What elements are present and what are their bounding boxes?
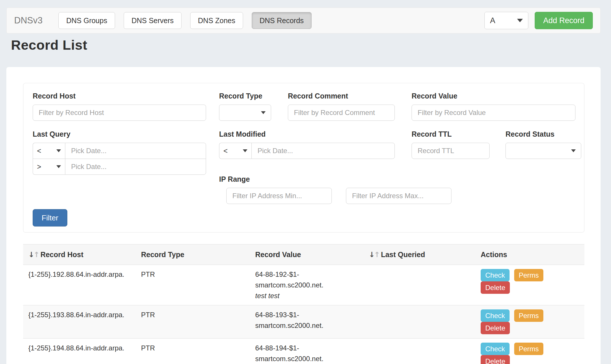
record-value-line: smartcom.sc2000.net.	[255, 353, 358, 364]
tab-dns-records[interactable]: DNS Records	[252, 12, 312, 29]
sort-desc-icon: ↓	[28, 250, 34, 259]
last-query-lt-operator-select[interactable]: <	[33, 143, 65, 159]
th-record-value: Record Value	[250, 250, 364, 259]
record-value-label: Record Value	[412, 92, 575, 100]
cell-record-value: 64-88-192-$1- smartcom.sc2000.net. test …	[250, 265, 364, 305]
tab-dns-zones[interactable]: DNS Zones	[190, 12, 243, 29]
record-comment-input[interactable]	[288, 105, 395, 121]
add-record-button[interactable]: Add Record	[535, 12, 593, 29]
record-type-label: Record Type	[219, 92, 271, 100]
delete-button[interactable]: Delete	[481, 355, 510, 364]
chevron-down-icon	[261, 111, 266, 114]
records-table: ↓↑ Record Host Record Type Record Value …	[23, 244, 584, 364]
chevron-down-icon	[56, 149, 61, 152]
sort-icon: ↓↑	[28, 250, 39, 259]
filter-group-record-value: Record Value	[412, 92, 575, 121]
record-type-filter-select[interactable]	[219, 105, 271, 121]
chevron-down-icon	[243, 149, 247, 152]
last-query-gt-group: >	[33, 159, 206, 175]
record-comment-label: Record Comment	[288, 92, 395, 100]
last-query-label: Last Query	[33, 130, 206, 138]
cell-last-queried	[364, 305, 475, 338]
filter-group-record-status: Record Status	[506, 130, 581, 159]
th-last-queried[interactable]: ↓↑ Last Queried	[364, 250, 475, 259]
chevron-down-icon	[56, 165, 61, 168]
chevron-down-icon	[571, 149, 576, 152]
filter-group-record-ttl: Record TTL	[412, 130, 490, 159]
brand[interactable]: DNSv3	[14, 15, 42, 26]
cell-record-type: PTR	[136, 305, 250, 338]
ip-address-max-input[interactable]	[346, 188, 451, 204]
record-value-input[interactable]	[412, 105, 575, 121]
tab-dns-servers[interactable]: DNS Servers	[124, 12, 182, 29]
tab-dns-groups[interactable]: DNS Groups	[58, 12, 115, 29]
ip-range-inputs	[226, 188, 508, 204]
last-modified-label: Last Modified	[219, 130, 395, 138]
page-title: Record List	[11, 37, 87, 53]
cell-record-host: {1-255}.193.88.64.in-addr.arpa.	[23, 305, 136, 338]
sort-icon: ↓↑	[369, 250, 379, 259]
th-record-host[interactable]: ↓↑ Record Host	[23, 250, 136, 259]
last-modified-operator-select[interactable]: <	[219, 143, 251, 159]
last-query-lt-group: <	[33, 143, 206, 159]
cell-record-value: 64-88-193-$1- smartcom.sc2000.net.	[250, 305, 364, 338]
ip-range-label: IP Range	[219, 175, 508, 183]
cell-record-host: {1-255}.194.88.64.in-addr.arpa.	[23, 339, 136, 364]
table-header-row: ↓↑ Record Host Record Type Record Value …	[23, 244, 584, 265]
filter-group-last-query: Last Query < >	[33, 130, 206, 175]
cell-last-queried	[364, 265, 475, 305]
th-actions: Actions	[475, 250, 584, 259]
last-modified-date-input[interactable]	[251, 143, 395, 159]
cell-record-type: PTR	[136, 339, 250, 364]
last-query-gt-operator-value: >	[37, 163, 41, 171]
filter-group-record-host: Record Host	[33, 92, 206, 121]
record-comment-text: test test	[255, 290, 358, 301]
last-query-gt-date-input[interactable]	[65, 159, 206, 175]
table-row: {1-255}.192.88.64.in-addr.arpa. PTR 64-8…	[23, 265, 584, 305]
last-query-lt-operator-value: <	[37, 147, 41, 155]
last-query-gt-operator-select[interactable]: >	[33, 159, 65, 175]
chevron-down-icon	[517, 19, 523, 22]
cell-record-value: 64-88-194-$1- smartcom.sc2000.net.	[250, 339, 364, 364]
record-ttl-input[interactable]	[412, 143, 490, 159]
check-button[interactable]: Check	[481, 343, 510, 355]
cell-actions: Check Perms Delete	[475, 305, 584, 338]
th-record-host-label: Record Host	[40, 250, 84, 259]
perms-button[interactable]: Perms	[514, 343, 543, 355]
th-last-queried-label: Last Queried	[381, 250, 425, 259]
sort-desc-icon: ↓	[369, 250, 374, 259]
check-button[interactable]: Check	[481, 309, 510, 322]
record-value-line: smartcom.sc2000.net.	[255, 280, 358, 290]
filter-button[interactable]: Filter	[33, 209, 67, 226]
filter-panel: Record Host Record Type Record Comment R…	[23, 83, 584, 233]
perms-button[interactable]: Perms	[514, 309, 543, 322]
last-query-lt-date-input[interactable]	[65, 143, 206, 159]
record-host-label: Record Host	[33, 92, 206, 100]
filter-group-record-type: Record Type	[219, 92, 271, 121]
ip-address-min-input[interactable]	[226, 188, 332, 204]
record-value-line: smartcom.sc2000.net.	[255, 320, 358, 331]
filter-group-last-modified: Last Modified <	[219, 130, 395, 159]
delete-button[interactable]: Delete	[481, 322, 510, 334]
table-row: {1-255}.193.88.64.in-addr.arpa. PTR 64-8…	[23, 305, 584, 339]
last-modified-group: <	[219, 143, 395, 159]
cell-last-queried	[364, 339, 475, 364]
delete-button[interactable]: Delete	[481, 281, 510, 294]
cell-actions: Check Perms Delete	[475, 265, 584, 305]
record-host-input[interactable]	[33, 105, 206, 121]
check-button[interactable]: Check	[481, 269, 510, 281]
record-type-select[interactable]: A	[484, 12, 528, 29]
sort-asc-icon: ↑	[34, 250, 39, 259]
cell-record-type: PTR	[136, 265, 250, 305]
content-card: Record Host Record Type Record Comment R…	[6, 67, 601, 364]
record-value-line: 64-88-194-$1-	[255, 343, 358, 353]
table-row: {1-255}.194.88.64.in-addr.arpa. PTR 64-8…	[23, 339, 584, 364]
navbar: DNSv3 DNS Groups DNS Servers DNS Zones D…	[6, 8, 601, 34]
cell-actions: Check Perms Delete	[475, 339, 584, 364]
filter-group-ip-range: IP Range	[219, 175, 508, 204]
th-record-type: Record Type	[136, 250, 250, 259]
filter-group-record-comment: Record Comment	[288, 92, 395, 121]
last-modified-operator-value: <	[223, 147, 228, 155]
record-status-select[interactable]	[506, 143, 581, 159]
perms-button[interactable]: Perms	[514, 269, 543, 281]
